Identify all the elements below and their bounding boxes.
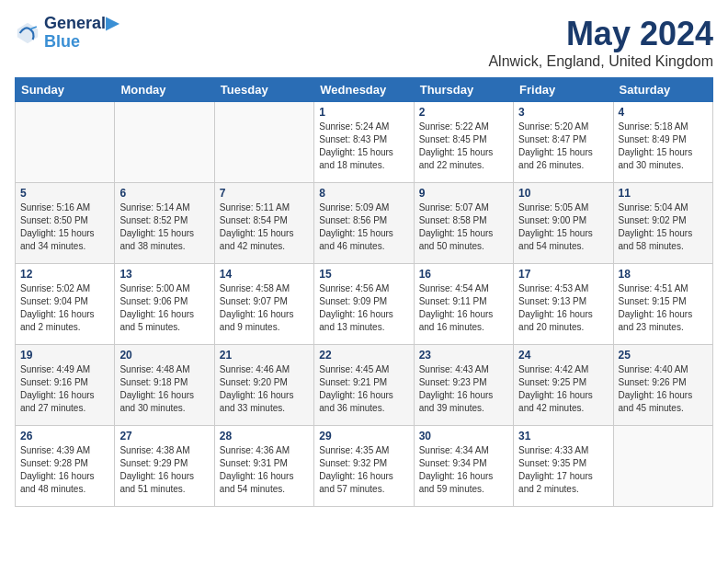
- calendar-cell: 5Sunrise: 5:16 AM Sunset: 8:50 PM Daylig…: [16, 183, 115, 264]
- day-info: Sunrise: 4:42 AM Sunset: 9:25 PM Dayligh…: [518, 363, 608, 415]
- day-info: Sunrise: 4:40 AM Sunset: 9:26 PM Dayligh…: [619, 363, 708, 415]
- day-number: 1: [319, 106, 408, 119]
- calendar-cell: 17Sunrise: 4:53 AM Sunset: 9:13 PM Dayli…: [514, 264, 613, 345]
- calendar-cell: 16Sunrise: 4:54 AM Sunset: 9:11 PM Dayli…: [414, 264, 513, 345]
- day-number: 19: [20, 349, 109, 362]
- day-number: 12: [20, 268, 109, 281]
- day-info: Sunrise: 4:48 AM Sunset: 9:18 PM Dayligh…: [119, 363, 209, 415]
- day-info: Sunrise: 4:38 AM Sunset: 9:29 PM Dayligh…: [119, 444, 209, 496]
- calendar-cell: 25Sunrise: 4:40 AM Sunset: 9:26 PM Dayli…: [613, 345, 712, 426]
- day-number: 8: [319, 187, 408, 200]
- day-number: 16: [419, 268, 508, 281]
- calendar-cell: 13Sunrise: 5:00 AM Sunset: 9:06 PM Dayli…: [115, 264, 214, 345]
- weekday-header-thursday: Thursday: [414, 78, 513, 102]
- weekday-header-monday: Monday: [115, 78, 214, 102]
- day-info: Sunrise: 5:14 AM Sunset: 8:52 PM Dayligh…: [119, 201, 209, 253]
- day-number: 4: [619, 106, 708, 119]
- day-number: 21: [220, 349, 309, 362]
- logo-icon: [15, 20, 40, 46]
- day-info: Sunrise: 4:53 AM Sunset: 9:13 PM Dayligh…: [518, 282, 608, 334]
- day-info: Sunrise: 5:07 AM Sunset: 8:58 PM Dayligh…: [419, 201, 508, 253]
- logo: General▶ Blue: [15, 15, 119, 52]
- day-info: Sunrise: 4:56 AM Sunset: 9:09 PM Dayligh…: [319, 282, 408, 334]
- page-header: General▶ Blue May 2024 Alnwick, England,…: [15, 15, 713, 70]
- calendar-cell: 9Sunrise: 5:07 AM Sunset: 8:58 PM Daylig…: [414, 183, 513, 264]
- day-info: Sunrise: 5:00 AM Sunset: 9:06 PM Dayligh…: [119, 282, 209, 334]
- calendar-cell: 4Sunrise: 5:18 AM Sunset: 8:49 PM Daylig…: [613, 102, 712, 183]
- calendar-cell: 21Sunrise: 4:46 AM Sunset: 9:20 PM Dayli…: [214, 345, 313, 426]
- day-number: 5: [20, 187, 109, 200]
- day-info: Sunrise: 4:49 AM Sunset: 9:16 PM Dayligh…: [20, 363, 109, 415]
- day-info: Sunrise: 5:22 AM Sunset: 8:45 PM Dayligh…: [419, 121, 508, 172]
- calendar-cell: 20Sunrise: 4:48 AM Sunset: 9:18 PM Dayli…: [115, 345, 214, 426]
- week-row-1: 1Sunrise: 5:24 AM Sunset: 8:43 PM Daylig…: [16, 102, 713, 183]
- day-number: 14: [220, 268, 309, 281]
- day-number: 7: [220, 187, 309, 200]
- day-number: 22: [319, 349, 408, 362]
- day-number: 27: [119, 430, 209, 442]
- calendar-cell: 27Sunrise: 4:38 AM Sunset: 9:29 PM Dayli…: [115, 426, 214, 507]
- day-info: Sunrise: 5:09 AM Sunset: 8:56 PM Dayligh…: [319, 201, 408, 253]
- day-info: Sunrise: 4:46 AM Sunset: 9:20 PM Dayligh…: [220, 363, 309, 415]
- day-number: 24: [518, 349, 608, 362]
- day-info: Sunrise: 4:33 AM Sunset: 9:35 PM Dayligh…: [518, 444, 608, 496]
- weekday-header-wednesday: Wednesday: [314, 78, 414, 102]
- day-info: Sunrise: 4:34 AM Sunset: 9:34 PM Dayligh…: [419, 444, 508, 496]
- day-info: Sunrise: 5:05 AM Sunset: 9:00 PM Dayligh…: [518, 201, 608, 253]
- calendar-cell: 6Sunrise: 5:14 AM Sunset: 8:52 PM Daylig…: [115, 183, 214, 264]
- day-info: Sunrise: 4:51 AM Sunset: 9:15 PM Dayligh…: [619, 282, 708, 334]
- calendar-cell: 7Sunrise: 5:11 AM Sunset: 8:54 PM Daylig…: [214, 183, 313, 264]
- day-info: Sunrise: 4:39 AM Sunset: 9:28 PM Dayligh…: [20, 444, 109, 496]
- day-info: Sunrise: 5:11 AM Sunset: 8:54 PM Dayligh…: [220, 201, 309, 253]
- calendar-cell: 15Sunrise: 4:56 AM Sunset: 9:09 PM Dayli…: [314, 264, 414, 345]
- day-number: 29: [319, 430, 408, 442]
- day-number: 20: [119, 349, 209, 362]
- week-row-4: 19Sunrise: 4:49 AM Sunset: 9:16 PM Dayli…: [16, 345, 713, 426]
- calendar-cell: 19Sunrise: 4:49 AM Sunset: 9:16 PM Dayli…: [16, 345, 115, 426]
- day-number: 3: [518, 106, 608, 119]
- day-info: Sunrise: 5:04 AM Sunset: 9:02 PM Dayligh…: [619, 201, 708, 253]
- calendar-cell: [613, 426, 712, 507]
- day-number: 11: [619, 187, 708, 200]
- calendar-subtitle: Alnwick, England, United Kingdom: [488, 53, 713, 70]
- calendar-cell: 22Sunrise: 4:45 AM Sunset: 9:21 PM Dayli…: [314, 345, 414, 426]
- day-number: 23: [419, 349, 508, 362]
- calendar-table: SundayMondayTuesdayWednesdayThursdayFrid…: [15, 77, 713, 507]
- week-row-3: 12Sunrise: 5:02 AM Sunset: 9:04 PM Dayli…: [16, 264, 713, 345]
- calendar-cell: 31Sunrise: 4:33 AM Sunset: 9:35 PM Dayli…: [514, 426, 613, 507]
- week-row-2: 5Sunrise: 5:16 AM Sunset: 8:50 PM Daylig…: [16, 183, 713, 264]
- logo-text: General▶ Blue: [44, 15, 119, 52]
- day-number: 10: [518, 187, 608, 200]
- day-info: Sunrise: 5:02 AM Sunset: 9:04 PM Dayligh…: [20, 282, 109, 334]
- calendar-cell: [214, 102, 313, 183]
- calendar-cell: 26Sunrise: 4:39 AM Sunset: 9:28 PM Dayli…: [16, 426, 115, 507]
- calendar-cell: 24Sunrise: 4:42 AM Sunset: 9:25 PM Dayli…: [514, 345, 613, 426]
- calendar-cell: 14Sunrise: 4:58 AM Sunset: 9:07 PM Dayli…: [214, 264, 313, 345]
- weekday-header-row: SundayMondayTuesdayWednesdayThursdayFrid…: [16, 78, 713, 102]
- day-number: 26: [20, 430, 109, 442]
- day-info: Sunrise: 5:24 AM Sunset: 8:43 PM Dayligh…: [319, 121, 408, 172]
- calendar-cell: 29Sunrise: 4:35 AM Sunset: 9:32 PM Dayli…: [314, 426, 414, 507]
- day-info: Sunrise: 4:43 AM Sunset: 9:23 PM Dayligh…: [419, 363, 508, 415]
- week-row-5: 26Sunrise: 4:39 AM Sunset: 9:28 PM Dayli…: [16, 426, 713, 507]
- calendar-cell: 28Sunrise: 4:36 AM Sunset: 9:31 PM Dayli…: [214, 426, 313, 507]
- calendar-cell: 1Sunrise: 5:24 AM Sunset: 8:43 PM Daylig…: [314, 102, 414, 183]
- calendar-cell: [115, 102, 214, 183]
- calendar-cell: 8Sunrise: 5:09 AM Sunset: 8:56 PM Daylig…: [314, 183, 414, 264]
- calendar-cell: 11Sunrise: 5:04 AM Sunset: 9:02 PM Dayli…: [613, 183, 712, 264]
- calendar-cell: [16, 102, 115, 183]
- calendar-cell: 3Sunrise: 5:20 AM Sunset: 8:47 PM Daylig…: [514, 102, 613, 183]
- calendar-cell: 10Sunrise: 5:05 AM Sunset: 9:00 PM Dayli…: [514, 183, 613, 264]
- day-number: 15: [319, 268, 408, 281]
- day-info: Sunrise: 4:35 AM Sunset: 9:32 PM Dayligh…: [319, 444, 408, 496]
- day-number: 25: [619, 349, 708, 362]
- day-info: Sunrise: 4:36 AM Sunset: 9:31 PM Dayligh…: [220, 444, 309, 496]
- day-info: Sunrise: 4:45 AM Sunset: 9:21 PM Dayligh…: [319, 363, 408, 415]
- calendar-cell: 12Sunrise: 5:02 AM Sunset: 9:04 PM Dayli…: [16, 264, 115, 345]
- day-info: Sunrise: 5:20 AM Sunset: 8:47 PM Dayligh…: [518, 121, 608, 172]
- calendar-cell: 18Sunrise: 4:51 AM Sunset: 9:15 PM Dayli…: [613, 264, 712, 345]
- calendar-cell: 2Sunrise: 5:22 AM Sunset: 8:45 PM Daylig…: [414, 102, 513, 183]
- day-info: Sunrise: 5:16 AM Sunset: 8:50 PM Dayligh…: [20, 201, 109, 253]
- calendar-cell: 30Sunrise: 4:34 AM Sunset: 9:34 PM Dayli…: [414, 426, 513, 507]
- day-number: 6: [119, 187, 209, 200]
